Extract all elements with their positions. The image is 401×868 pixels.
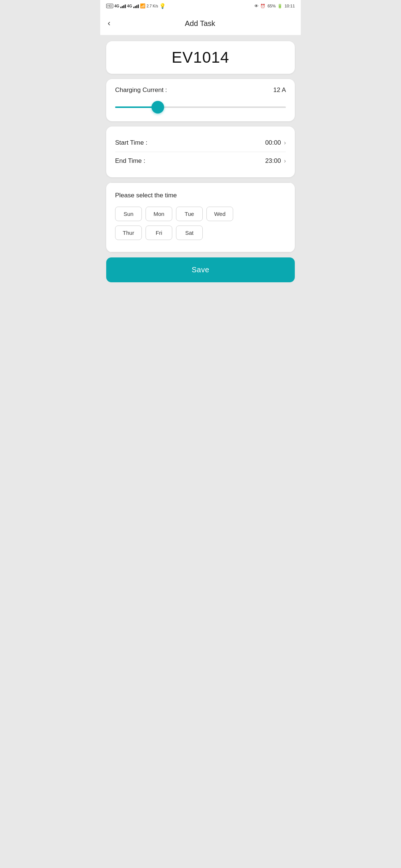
day-button-sun[interactable]: Sun bbox=[115, 207, 142, 221]
day-button-wed[interactable]: Wed bbox=[206, 207, 233, 221]
day-button-sat[interactable]: Sat bbox=[176, 226, 203, 240]
start-time-chevron-icon: › bbox=[284, 139, 286, 146]
charging-current-card: Charging Current : 12 A bbox=[106, 79, 295, 121]
back-button[interactable]: ‹ bbox=[108, 17, 113, 30]
speed-indicator: 2.7 K/s bbox=[147, 4, 158, 8]
page-title: Add Task bbox=[118, 19, 282, 28]
end-time-value: 23:00 bbox=[265, 157, 281, 165]
start-time-row[interactable]: Start Time : 00:00 › bbox=[115, 134, 286, 152]
end-time-row[interactable]: End Time : 23:00 › bbox=[115, 152, 286, 170]
day-button-mon[interactable]: Mon bbox=[146, 207, 172, 221]
battery-icon: 🔋 bbox=[277, 4, 283, 9]
day-select-inner: Please select the time Sun Mon Tue Wed T… bbox=[106, 183, 295, 252]
main-content: EV1014 Charging Current : 12 A Start Tim… bbox=[100, 35, 301, 288]
device-id-card: EV1014 bbox=[106, 41, 295, 74]
end-time-label: End Time : bbox=[115, 157, 145, 165]
battery-percent: 65% bbox=[267, 4, 276, 8]
eye-icon: 👁 bbox=[254, 4, 258, 8]
wifi-icon: 📶 bbox=[140, 3, 146, 9]
time-card: Start Time : 00:00 › End Time : 23:00 › bbox=[106, 126, 295, 177]
day-select-card: Please select the time Sun Mon Tue Wed T… bbox=[106, 183, 295, 252]
alarm-icon: ⏰ bbox=[260, 4, 265, 9]
charging-slider[interactable] bbox=[115, 106, 286, 108]
network2-indicator: 4G bbox=[127, 4, 132, 8]
charging-header: Charging Current : 12 A bbox=[115, 86, 286, 94]
slider-container bbox=[115, 101, 286, 114]
status-bar: HD 4G 4G 📶 2.7 K/s 💡 👁 ⏰ 65% 🔋 10:11 bbox=[100, 0, 301, 12]
day-select-header: Please select the time bbox=[115, 190, 286, 199]
start-time-value-group: 00:00 › bbox=[265, 139, 286, 147]
end-time-value-group: 23:00 › bbox=[265, 157, 286, 165]
start-time-value: 00:00 bbox=[265, 139, 281, 147]
device-id: EV1014 bbox=[172, 49, 229, 66]
day-button-tue[interactable]: Tue bbox=[176, 207, 203, 221]
charging-value: 12 A bbox=[273, 86, 286, 94]
signal-bars-2 bbox=[133, 4, 139, 8]
days-row-1: Sun Mon Tue Wed bbox=[115, 207, 286, 221]
start-time-label: Start Time : bbox=[115, 139, 147, 147]
clock: 10:11 bbox=[284, 4, 295, 8]
end-time-chevron-icon: › bbox=[284, 158, 286, 164]
network-indicator: 4G bbox=[114, 4, 119, 8]
header: ‹ Add Task bbox=[100, 12, 301, 35]
status-right: 👁 ⏰ 65% 🔋 10:11 bbox=[254, 4, 295, 9]
hd-badge: HD bbox=[106, 4, 113, 8]
signal-bars-1 bbox=[120, 4, 126, 8]
status-left: HD 4G 4G 📶 2.7 K/s 💡 bbox=[106, 3, 166, 9]
days-row-2: Thur Fri Sat bbox=[115, 226, 286, 240]
day-button-fri[interactable]: Fri bbox=[146, 226, 172, 240]
bottom-divider bbox=[106, 252, 295, 252]
charging-label: Charging Current : bbox=[115, 86, 167, 94]
save-button[interactable]: Save bbox=[106, 257, 295, 282]
day-button-thur[interactable]: Thur bbox=[115, 226, 142, 240]
bulb-icon: 💡 bbox=[159, 3, 166, 9]
